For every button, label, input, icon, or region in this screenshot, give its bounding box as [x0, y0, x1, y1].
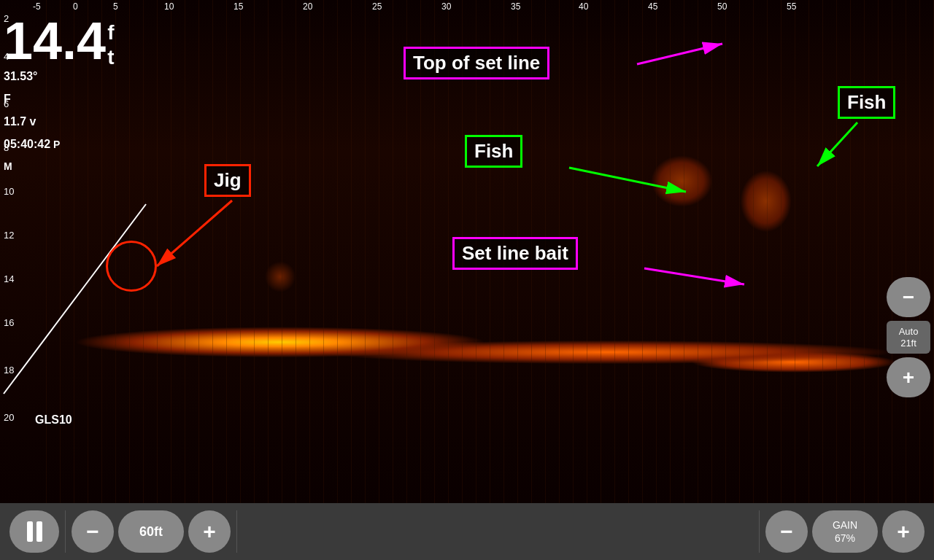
- pause-button[interactable]: [9, 510, 59, 553]
- zoom-panel: − Auto 21ft +: [887, 277, 930, 397]
- range-plus-button[interactable]: +: [188, 510, 231, 553]
- dist-mark: 45: [648, 1, 657, 12]
- jig-circle: [106, 241, 157, 292]
- depth-mark: 18: [4, 365, 14, 376]
- controls-row: − 60ft + − GAIN 67% +: [0, 503, 934, 560]
- depth-mark: 10: [4, 186, 14, 197]
- depth-mark: 20: [4, 412, 14, 423]
- dist-mark: 5: [113, 1, 118, 12]
- temperature-reading: 31.53°F: [4, 69, 114, 114]
- dist-mark: 20: [303, 1, 312, 12]
- zoom-plus-button[interactable]: +: [887, 357, 930, 397]
- zoom-minus-button[interactable]: −: [887, 277, 930, 317]
- dist-mark: 30: [441, 1, 451, 12]
- dist-mark: -5: [33, 1, 41, 12]
- jig-label: Jig: [204, 164, 251, 197]
- bottom-bar: − 60ft + − GAIN 67% +: [0, 503, 934, 560]
- device-label: GLS10: [35, 413, 72, 427]
- depth-mark: 14: [4, 273, 14, 284]
- depth-reading: 14.4 ft: [4, 15, 114, 69]
- gain-minus-button[interactable]: −: [765, 510, 808, 553]
- distance-scale: -5 0 5 10 15 20 25 30 35 40 45 50 55: [33, 0, 934, 13]
- depth-mark: 16: [4, 317, 14, 328]
- gain-display: GAIN 67%: [812, 510, 878, 553]
- voltage-unit: v: [26, 115, 36, 128]
- range-value: 60ft: [118, 510, 184, 553]
- sonar-display: -5 0 5 10 15 20 25 30 35 40 45 50 55 2 4…: [0, 0, 934, 503]
- dist-mark: 35: [511, 1, 520, 12]
- fish-center-label: Fish: [465, 135, 522, 168]
- dist-mark: 50: [717, 1, 727, 12]
- range-minus-button[interactable]: −: [72, 510, 114, 553]
- dist-mark: 55: [787, 1, 796, 12]
- info-overlay: 14.4 ft 31.53°F 11.7 v 05:40:42 PM: [4, 15, 114, 182]
- voltage-reading: 11.7 v: [4, 114, 114, 137]
- fish-right-label: Fish: [838, 86, 895, 119]
- set-line-bait-label: Set line bait: [452, 237, 578, 270]
- dist-mark: 15: [234, 1, 243, 12]
- dist-mark: 40: [579, 1, 588, 12]
- depth-unit: ft: [107, 20, 114, 69]
- dist-mark: 25: [372, 1, 382, 12]
- top-of-set-line-label: Top of set line: [404, 47, 549, 79]
- depth-mark: 12: [4, 230, 14, 241]
- depth-value: 14.4: [4, 15, 106, 67]
- auto-display: Auto 21ft: [887, 321, 930, 354]
- time-reading: 05:40:42 PM: [4, 137, 114, 182]
- dist-mark: 10: [164, 1, 174, 12]
- dist-mark: 0: [73, 1, 78, 12]
- gain-plus-button[interactable]: +: [882, 510, 925, 553]
